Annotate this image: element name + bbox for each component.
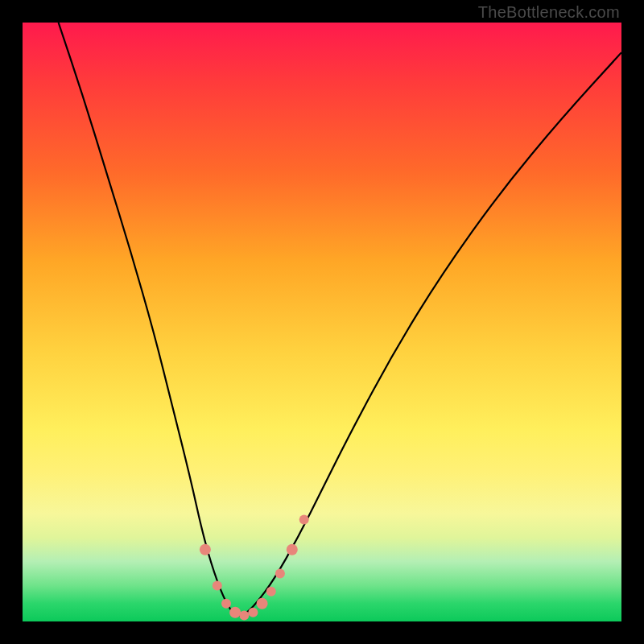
bottleneck-curve bbox=[59, 23, 621, 616]
plot-area bbox=[23, 23, 621, 621]
curve-marker bbox=[287, 544, 298, 555]
curve-marker bbox=[213, 580, 222, 590]
frame-right bbox=[621, 0, 644, 644]
frame-bottom bbox=[0, 621, 644, 644]
curve-marker bbox=[239, 611, 249, 621]
curve-marker bbox=[257, 598, 268, 609]
bottleneck-curve-svg bbox=[23, 23, 621, 621]
watermark-text: TheBottleneck.com bbox=[478, 3, 620, 22]
curve-marker bbox=[248, 608, 258, 617]
curve-marker bbox=[266, 587, 276, 597]
curve-marker bbox=[299, 515, 309, 525]
curve-marker bbox=[229, 607, 241, 618]
curve-marker bbox=[275, 569, 285, 579]
curve-marker bbox=[221, 599, 231, 609]
curve-marker bbox=[200, 544, 211, 555]
frame-left bbox=[0, 0, 23, 644]
